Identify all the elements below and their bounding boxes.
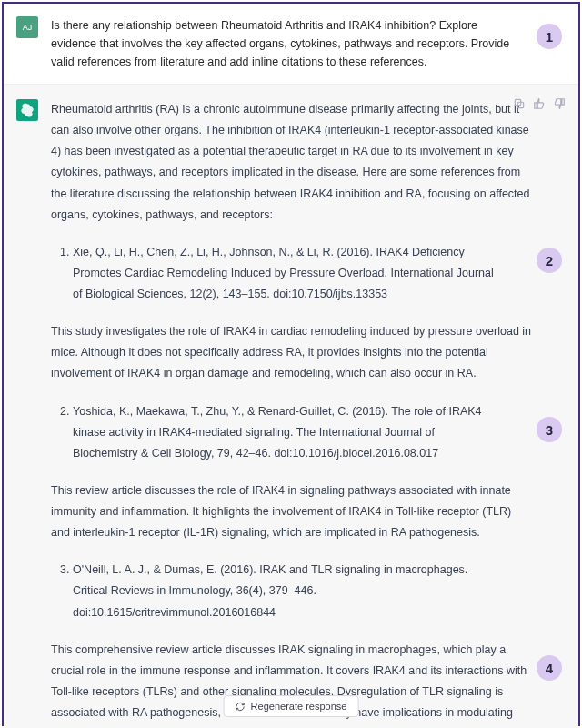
refresh-icon xyxy=(236,702,246,712)
reference-list: O'Neill, L. A. J., & Dumas, E. (2016). I… xyxy=(51,560,533,622)
reference-item: Yoshida, K., Maekawa, T., Zhu, Y., & Ren… xyxy=(73,401,533,464)
reference-item: O'Neill, L. A. J., & Dumas, E. (2016). I… xyxy=(73,560,533,622)
assistant-message: Rheumatoid arthritis (RA) is a chronic a… xyxy=(4,85,578,728)
regenerate-button[interactable]: Regenerate response xyxy=(224,695,359,717)
reference-note: This review article discusses the role o… xyxy=(51,480,533,543)
assistant-intro: Rheumatoid arthritis (RA) is a chronic a… xyxy=(51,99,533,226)
user-avatar: AJ xyxy=(16,16,38,38)
callout-badge-4: 4 xyxy=(537,655,562,681)
user-message: AJ Is there any relationship between Rhe… xyxy=(4,4,578,85)
reference-list: Yoshida, K., Maekawa, T., Zhu, Y., & Ren… xyxy=(51,401,533,464)
callout-badge-2: 2 xyxy=(537,248,562,273)
thumbs-up-icon[interactable] xyxy=(533,97,546,114)
reference-note: This study investigates the role of IRAK… xyxy=(51,321,533,384)
reference-list: Xie, Q., Li, H., Chen, Z., Li, H., Johns… xyxy=(51,242,533,305)
reference-item: Xie, Q., Li, H., Chen, Z., Li, H., Johns… xyxy=(73,242,533,305)
callout-badge-1: 1 xyxy=(537,24,562,49)
copy-icon[interactable] xyxy=(513,97,526,114)
regenerate-label: Regenerate response xyxy=(251,701,347,712)
openai-logo-icon xyxy=(20,103,35,117)
user-avatar-text: AJ xyxy=(23,23,33,32)
assistant-content: Rheumatoid arthritis (RA) is a chronic a… xyxy=(51,99,533,728)
callout-badge-3: 3 xyxy=(537,417,562,442)
message-actions xyxy=(513,97,566,114)
user-prompt-text: Is there any relationship between Rheuma… xyxy=(51,16,524,71)
thumbs-down-icon[interactable] xyxy=(553,97,566,114)
assistant-avatar xyxy=(16,99,38,121)
